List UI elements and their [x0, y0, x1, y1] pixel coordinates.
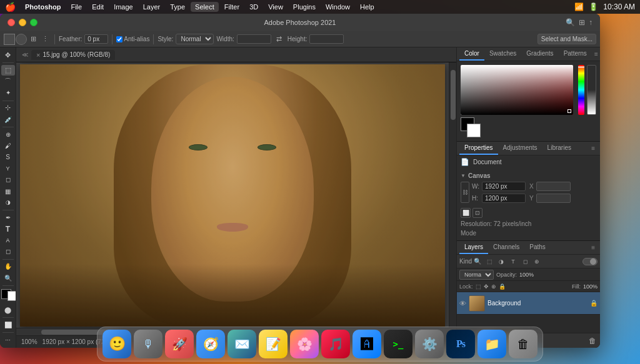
apple-menu[interactable]: 🍎 [5, 2, 16, 12]
quick-mask-btn[interactable]: ⬤ [1, 305, 15, 315]
layers-panel-collapse[interactable]: ≡ [589, 242, 598, 253]
shape-tool[interactable]: ◻ [1, 246, 15, 257]
add-column-icon[interactable]: ⊞ [28, 34, 39, 45]
search-btn[interactable]: 🔍 [566, 18, 575, 27]
menu-filter[interactable]: Filter [220, 2, 244, 12]
foreground-color[interactable] [1, 289, 15, 300]
rect-marquee-preset[interactable] [4, 34, 15, 45]
dock-folder[interactable]: 📁 [478, 330, 506, 358]
canvas-x-input[interactable] [536, 182, 571, 191]
ellipse-marquee-preset[interactable] [16, 34, 27, 45]
menu-help[interactable]: Help [356, 2, 379, 12]
vertical-scrollbar[interactable] [449, 62, 456, 328]
tab-close[interactable]: × [36, 51, 40, 59]
menu-select[interactable]: Select [191, 2, 219, 12]
canvas-height-input[interactable] [482, 194, 526, 203]
swatches-tab[interactable]: Swatches [484, 47, 521, 61]
lock-artboard-icon[interactable]: ⊕ [491, 283, 496, 290]
width-input[interactable] [237, 34, 271, 44]
gradients-tab[interactable]: Gradients [521, 47, 558, 61]
lock-pixels-icon[interactable]: ⬚ [476, 283, 481, 290]
menu-photoshop[interactable]: Photoshop [21, 2, 65, 12]
dock-photos[interactable]: 🌸 [290, 330, 319, 358]
filter-switch[interactable] [582, 258, 598, 265]
menu-window[interactable]: Window [321, 2, 354, 12]
pen-tool[interactable]: ✒ [1, 212, 15, 223]
menu-plugins[interactable]: Plugins [289, 2, 320, 12]
type-filter-btn[interactable]: T [508, 257, 518, 267]
color-panel-collapse[interactable]: ≡ [592, 48, 600, 60]
fg-bg-swatches[interactable] [461, 117, 481, 137]
screen-mode-btn[interactable]: ⬜ [1, 320, 15, 330]
bg-swatch[interactable] [8, 291, 17, 301]
dock-appstore[interactable]: 🅰 [352, 330, 381, 358]
minimize-button[interactable] [19, 19, 26, 26]
opacity-bar[interactable] [587, 65, 596, 115]
bg-color-swatch[interactable] [467, 124, 481, 137]
dock-launchpad[interactable]: 🚀 [165, 330, 194, 358]
dock-music[interactable]: 🎵 [321, 330, 350, 358]
patterns-tab[interactable]: Patterns [559, 47, 592, 61]
swap-icon[interactable]: ⇄ [274, 34, 285, 45]
history-brush-tool[interactable]: Y [1, 163, 15, 174]
layers-tab[interactable]: Layers [459, 241, 488, 254]
dock-siri[interactable]: 🎙 [134, 330, 162, 358]
gradient-tool[interactable]: ▦ [1, 186, 15, 197]
lock-all-icon[interactable]: 🔒 [499, 283, 506, 290]
canvas-viewport[interactable] [16, 62, 449, 328]
path-select-tool[interactable]: A [1, 235, 15, 245]
eraser-tool[interactable]: ◻ [1, 174, 15, 185]
lock-position-icon[interactable]: ✥ [484, 283, 489, 290]
menu-edit[interactable]: Edit [88, 2, 108, 12]
maximize-button[interactable] [30, 19, 38, 26]
adjustment-filter-btn[interactable]: ◑ [496, 257, 506, 267]
layer-visibility-icon[interactable]: 👁 [459, 300, 466, 307]
menu-file[interactable]: File [66, 2, 86, 12]
menu-layer[interactable]: Layer [139, 2, 165, 12]
menu-view[interactable]: View [264, 2, 288, 12]
zoom-tool[interactable]: 🔍 [1, 273, 15, 283]
crop-tool[interactable]: ⊹ [1, 102, 15, 113]
dock-terminal[interactable]: >_ [384, 330, 412, 358]
link-icon[interactable]: ⛓ [461, 182, 469, 203]
menu-type[interactable]: Type [166, 2, 189, 12]
align-left-icon[interactable]: ⬜ [461, 208, 471, 218]
dock-finder[interactable]: 🙂 [102, 330, 131, 358]
lasso-tool[interactable]: ⌒ [1, 76, 15, 87]
canvas-width-input[interactable] [482, 182, 526, 191]
dodge-tool[interactable]: ◑ [1, 197, 15, 208]
dock-notes[interactable]: 📝 [259, 330, 288, 358]
feather-input[interactable] [84, 34, 108, 44]
height-input[interactable] [309, 34, 344, 44]
dock-trash[interactable]: 🗑 [509, 330, 538, 358]
dock-prefs[interactable]: ⚙️ [415, 330, 444, 358]
antialias-checkbox[interactable] [116, 36, 122, 42]
dock-photoshop[interactable]: Ps [446, 330, 475, 358]
panel-collapse-left[interactable]: ≪ [21, 51, 29, 59]
dock-mail[interactable]: ✉️ [228, 330, 256, 358]
type-tool[interactable]: T [1, 224, 15, 234]
libraries-tab[interactable]: Libraries [542, 142, 576, 155]
menu-3d[interactable]: 3D [245, 2, 262, 12]
canvas-y-input[interactable] [536, 194, 571, 203]
align-center-icon[interactable]: ⊡ [472, 208, 482, 218]
channels-tab[interactable]: Channels [488, 241, 524, 254]
layer-row[interactable]: 👁 Background 🔒 [457, 292, 600, 315]
blend-mode-select[interactable]: Normal [459, 270, 494, 280]
hue-bar[interactable] [578, 65, 584, 115]
more-tools-btn[interactable]: ··· [1, 335, 15, 345]
delete-layer-btn[interactable]: 🗑 [589, 337, 596, 345]
pixel-filter-btn[interactable]: ⬚ [484, 257, 494, 267]
smart-filter-btn[interactable]: ⊕ [532, 257, 542, 267]
style-select[interactable]: Normal [176, 34, 214, 44]
filter-toggle[interactable] [582, 258, 598, 265]
adjustments-tab[interactable]: Adjustments [498, 142, 542, 155]
clone-stamp-tool[interactable]: S [1, 152, 15, 162]
select-mask-button[interactable]: Select and Mask... [538, 34, 596, 44]
marquee-tool[interactable]: ⬚ [1, 65, 15, 76]
properties-tab[interactable]: Properties [459, 142, 498, 155]
canvas-tab[interactable]: × 15.jpg @ 100% (RGB/8) [31, 50, 115, 60]
close-button[interactable] [8, 19, 15, 26]
v-scrollbar-thumb[interactable] [451, 70, 456, 120]
dock-safari[interactable]: 🧭 [196, 330, 225, 358]
